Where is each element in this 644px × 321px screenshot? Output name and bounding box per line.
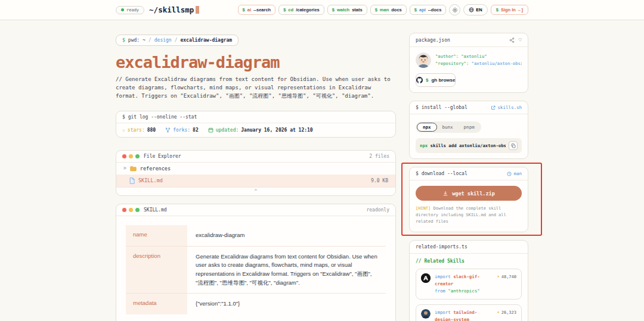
- maximize-dot-icon[interactable]: [135, 208, 140, 212]
- nav-ai-search-button[interactable]: $ ai --search: [238, 5, 276, 15]
- tab-bunx[interactable]: bunx: [437, 123, 459, 131]
- status-label: ready: [126, 8, 139, 13]
- nav-cmd: man: [380, 7, 389, 13]
- dollar-sign: $: [283, 7, 286, 13]
- frontmatter-key-description: description: [126, 247, 187, 294]
- star-icon: ★: [497, 310, 499, 314]
- close-dot-icon[interactable]: [122, 154, 126, 158]
- repository-value[interactable]: "axtonliu/axton-obsi…": [472, 61, 522, 66]
- minimize-dot-icon[interactable]: [129, 208, 133, 212]
- brand-logo[interactable]: ~/skillsmp: [149, 5, 199, 14]
- star-count: 26,323: [501, 310, 516, 315]
- download-zip-button[interactable]: wget skill.zip: [416, 186, 522, 201]
- copy-button[interactable]: [509, 141, 518, 150]
- related-skill-item-tailwind-design-system[interactable]: import tailwind-design-system from "wsho…: [416, 304, 522, 321]
- nav-cmd: cd: [288, 7, 293, 13]
- man-link[interactable]: man: [507, 171, 522, 176]
- repo-stats-row: ☆ stars: 880 forks: 82: [116, 123, 395, 137]
- gh-browse-button[interactable]: $ gh browse: [416, 73, 456, 87]
- breadcrumb-home-link[interactable]: ~: [143, 38, 145, 43]
- author-value[interactable]: "axtonliu": [461, 54, 487, 59]
- skill-md-title: SKILL.md: [144, 207, 167, 213]
- skill-md-header: SKILL.md readonly: [116, 204, 395, 216]
- dollar-sign: $: [414, 7, 417, 13]
- repository-key: "repository":: [435, 61, 469, 66]
- file-row-skill-md[interactable]: SKILL.md 9.0 KB: [116, 174, 395, 187]
- command-prefix: npx: [420, 143, 428, 148]
- nav-stats-button[interactable]: $ watch stats: [327, 5, 367, 15]
- nav-docs-button[interactable]: $ man docs: [370, 5, 407, 15]
- close-dot-icon[interactable]: [122, 208, 126, 212]
- nav-arg: /categories: [296, 7, 320, 13]
- breadcrumb-design-link[interactable]: design: [154, 38, 172, 43]
- package-json-body: "author": "axtonliu" "repository": "axto…: [410, 47, 528, 92]
- language-selector-button[interactable]: EN: [463, 4, 487, 15]
- tab-npx[interactable]: npx: [417, 123, 437, 132]
- theme-toggle-button[interactable]: [449, 4, 460, 15]
- folder-row-references[interactable]: > references: [116, 163, 395, 174]
- updated-label: updated:: [216, 127, 239, 133]
- table-row: description Generate Excalidraw diagrams…: [126, 247, 386, 294]
- heart-icon[interactable]: ♡: [519, 37, 522, 43]
- related-skill-text: import slack-gif-creator from "anthropic…: [435, 273, 493, 295]
- avatar: [416, 52, 431, 68]
- star-count: 48,740: [501, 275, 516, 279]
- nav-arg: stats: [352, 7, 363, 13]
- import-keyword: import: [435, 310, 451, 315]
- sign-in-button[interactable]: $ Sign In →]: [491, 5, 528, 15]
- frontmatter-value-metadata: {"version":"1.1.0"}: [187, 294, 386, 314]
- skills-sh-link[interactable]: skills.sh: [491, 105, 522, 110]
- nav-categories-button[interactable]: $ cd /categories: [278, 5, 324, 15]
- dollar-sign: $: [332, 7, 335, 13]
- maximize-dot-icon[interactable]: [135, 154, 140, 158]
- install-command-box: npx skills add axtonliu/axton-obsid…: [416, 138, 522, 153]
- download-icon: [442, 191, 448, 197]
- dollar-sign: $: [243, 7, 245, 13]
- forks-label: forks:: [173, 127, 190, 133]
- download-command-title: $ download --local: [416, 171, 467, 176]
- breadcrumb-separator: /: [148, 38, 151, 43]
- updated-stat: updated: January 16, 2026 at 12:10: [208, 127, 313, 133]
- package-json-card: package.json ♡: [409, 33, 528, 93]
- updated-date: January 16, 2026 at 12:10: [241, 127, 312, 133]
- share-icon[interactable]: [509, 38, 515, 43]
- brand-text: ~/skillsmp: [149, 5, 194, 14]
- tab-pnpm[interactable]: pnpm: [459, 123, 480, 131]
- skill-md-card: SKILL.md readonly name excalidraw-diagra…: [116, 204, 396, 321]
- from-keyword: from: [435, 288, 445, 294]
- top-navigation-bar: ready ~/skillsmp $ ai --search $ cd /cat…: [0, 0, 644, 20]
- file-count: 2 files: [369, 154, 389, 159]
- nav-api-docs-button[interactable]: $ api --docs: [410, 5, 447, 15]
- man-label: man: [513, 171, 522, 176]
- table-row: metadata {"version":"1.1.0"}: [126, 294, 386, 314]
- table-row: name excalidraw-diagram: [126, 225, 386, 247]
- collapse-button[interactable]: ^: [116, 187, 395, 195]
- folder-name: references: [140, 166, 171, 172]
- status-dot-icon: [121, 8, 124, 11]
- install-body: npx bunx pnpm npx skills add axtonliu/ax…: [410, 114, 528, 158]
- git-log-command: $ git log --oneline --stat: [122, 114, 197, 120]
- copy-icon: [511, 144, 516, 148]
- related-body: // Related Skills import slack-gif-creat…: [410, 254, 528, 321]
- related-skill-stars: ★ 26,323: [497, 309, 516, 321]
- related-skill-stars: ★ 48,740: [497, 273, 516, 295]
- breadcrumb: $ pwd: ~ / design / excalidraw-diagram: [116, 35, 239, 46]
- stars-stat: ☆ stars: 880: [122, 127, 156, 133]
- related-skill-item-slack-gif-creator[interactable]: import slack-gif-creator from "anthropic…: [416, 269, 522, 300]
- download-section: $ download --local man: [409, 167, 528, 232]
- dollar-sign: $: [496, 7, 499, 13]
- language-label: EN: [476, 7, 482, 13]
- external-link-icon: [491, 105, 496, 110]
- related-skills-card: related-imports.ts // Related Skills imp…: [409, 240, 528, 321]
- calendar-icon: [208, 127, 213, 133]
- nav-arg: --docs: [428, 7, 442, 13]
- terminal-cursor-icon: [196, 6, 199, 14]
- related-header: related-imports.ts: [410, 241, 528, 254]
- chevron-right-icon: >: [123, 166, 126, 171]
- fork-icon: [165, 127, 171, 133]
- stars-label: stars:: [128, 127, 145, 133]
- frontmatter-key-metadata: metadata: [126, 294, 187, 314]
- file-explorer-header: File Explorer 2 files: [116, 151, 395, 163]
- sidebar: package.json ♡: [409, 33, 528, 321]
- minimize-dot-icon[interactable]: [129, 154, 133, 158]
